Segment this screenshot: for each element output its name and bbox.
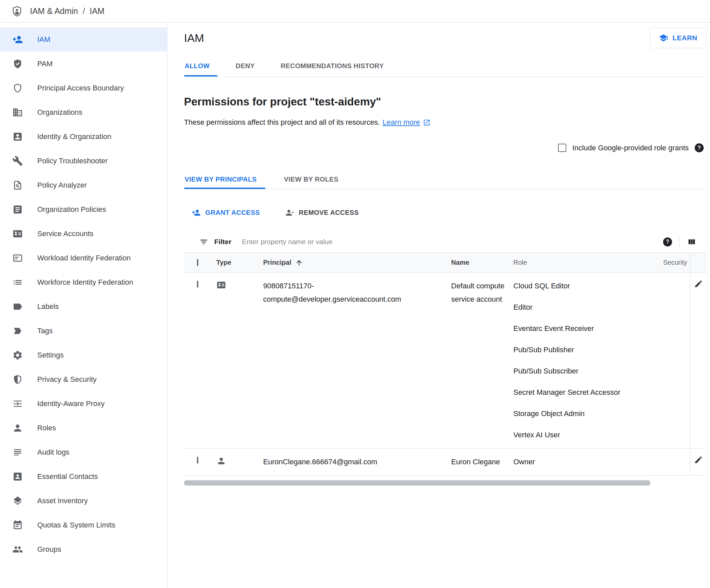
log-lines-icon <box>12 447 23 458</box>
description-text: These permissions affect this project an… <box>184 118 380 127</box>
sidebar-item-privacy-security[interactable]: Privacy & Security <box>0 367 167 391</box>
security-cell <box>663 273 690 448</box>
person-add-icon <box>192 208 200 217</box>
sidebar-item-label: Identity & Organization <box>37 132 112 141</box>
sidebar-item-workforce-identity-federation[interactable]: Workforce Identity Federation <box>0 270 167 294</box>
sidebar-item-label: Policy Troubleshooter <box>37 157 108 165</box>
name-cell: Default compute service account <box>451 273 513 448</box>
sidebar-item-label: Workload Identity Federation <box>37 254 131 263</box>
row-checkbox[interactable] <box>197 281 198 288</box>
policy-tabs: ALLOW DENY RECOMMENDATIONS HISTORY <box>184 55 706 77</box>
include-role-grants-checkbox[interactable] <box>558 144 566 152</box>
sidebar-item-essential-contacts[interactable]: Essential Contacts <box>0 464 167 489</box>
role-item: Pub/Sub Subscriber <box>513 365 663 378</box>
sidebar-item-organization-policies[interactable]: Organization Policies <box>0 197 167 221</box>
sidebar-item-iam[interactable]: IAM <box>0 27 167 52</box>
sidebar-item-quotas[interactable]: Quotas & System Limits <box>0 513 167 537</box>
sort-ascending-icon[interactable] <box>295 259 303 267</box>
column-header-principal-label: Principal <box>263 259 291 266</box>
select-all-checkbox[interactable] <box>197 259 198 266</box>
calendar-icon <box>12 520 23 531</box>
shield-boundary-icon <box>12 83 23 94</box>
include-role-grants-label: Include Google-provided role grants <box>572 144 689 152</box>
sidebar-item-tags[interactable]: Tags <box>0 319 167 343</box>
breadcrumb-section[interactable]: IAM & Admin <box>30 6 78 16</box>
remove-access-label: REMOVE ACCESS <box>299 209 359 217</box>
breadcrumb-separator: / <box>83 6 85 16</box>
edit-pencil-icon[interactable] <box>694 279 703 288</box>
include-role-grants-row: Include Google-provided role grants ? <box>184 143 706 152</box>
filter-input[interactable] <box>241 238 660 246</box>
shield-half-icon <box>12 374 23 385</box>
table-row: 908087151170-compute@developer.gservicea… <box>184 273 706 449</box>
sidebar-item-service-accounts[interactable]: Service Accounts <box>0 221 167 246</box>
remove-access-button[interactable]: REMOVE ACCESS <box>283 208 361 218</box>
learn-more-link[interactable]: Learn more <box>383 118 420 127</box>
learn-button[interactable]: LEARN <box>650 28 706 48</box>
tab-deny[interactable]: DENY <box>228 55 262 76</box>
column-header-role[interactable]: Role <box>513 259 663 266</box>
sidebar-item-principal-access-boundary[interactable]: Principal Access Boundary <box>0 76 167 100</box>
filter-icon <box>199 238 208 246</box>
layers-icon <box>12 495 23 506</box>
building-icon <box>12 107 23 118</box>
horizontal-scrollbar[interactable] <box>184 480 650 486</box>
open-in-new-icon[interactable] <box>423 119 430 126</box>
sidebar-item-identity-organization[interactable]: Identity & Organization <box>0 124 167 149</box>
grant-access-button[interactable]: GRANT ACCESS <box>190 208 262 218</box>
row-checkbox-cell <box>184 449 213 475</box>
sidebar-item-label: Essential Contacts <box>37 472 98 481</box>
sidebar-item-groups[interactable]: Groups <box>0 537 167 561</box>
sidebar-item-label: Identity-Aware Proxy <box>37 399 105 408</box>
grant-access-label: GRANT ACCESS <box>205 209 260 217</box>
role-item: Vertex AI User <box>513 428 663 442</box>
sidebar-item-label: PAM <box>37 59 52 68</box>
sidebar-item-identity-aware-proxy[interactable]: Identity-Aware Proxy <box>0 391 167 416</box>
pinned-column-header <box>690 253 706 272</box>
sidebar-item-pam[interactable]: PAM <box>0 52 167 76</box>
sidebar-item-roles[interactable]: Roles <box>0 416 167 440</box>
sidebar-item-policy-analyzer[interactable]: Policy Analyzer <box>0 173 167 197</box>
edit-pencil-icon[interactable] <box>694 455 703 464</box>
people-icon <box>12 544 23 555</box>
table-actions: GRANT ACCESS REMOVE ACCESS <box>184 199 706 226</box>
sidebar-item-workload-identity-federation[interactable]: Workload Identity Federation <box>0 246 167 270</box>
column-header-type[interactable]: Type <box>213 259 263 266</box>
role-item: Storage Object Admin <box>513 407 663 420</box>
sidebar-item-labels[interactable]: Labels <box>0 294 167 319</box>
breadcrumb-page[interactable]: IAM <box>90 6 104 16</box>
permissions-table: Type Principal Name Role Security 908087 <box>184 252 706 475</box>
column-header-name[interactable]: Name <box>451 259 513 266</box>
security-cell <box>663 449 690 475</box>
sidebar-item-label: Workforce Identity Federation <box>37 278 133 287</box>
column-header-principal[interactable]: Principal <box>263 259 451 267</box>
row-checkbox[interactable] <box>197 457 198 464</box>
proxy-icon <box>12 398 23 409</box>
iam-admin-logo-icon <box>11 6 23 17</box>
sidebar-item-organizations[interactable]: Organizations <box>0 100 167 124</box>
edit-cell <box>690 449 706 475</box>
sidebar-item-asset-inventory[interactable]: Asset Inventory <box>0 489 167 513</box>
tab-view-by-roles[interactable]: VIEW BY ROLES <box>276 170 347 189</box>
sidebar-item-settings[interactable]: Settings <box>0 343 167 367</box>
view-tabs: VIEW BY PRINCIPALS VIEW BY ROLES <box>184 170 706 189</box>
role-item: Editor <box>513 301 663 314</box>
identity-badge-icon <box>12 131 23 142</box>
column-header-security[interactable]: Security <box>663 259 690 266</box>
principal-cell: 908087151170-compute@developer.gservicea… <box>263 273 451 448</box>
tab-view-by-principals[interactable]: VIEW BY PRINCIPALS <box>184 170 265 189</box>
service-account-card-icon <box>12 228 23 239</box>
sidebar-item-policy-troubleshooter[interactable]: Policy Troubleshooter <box>0 149 167 173</box>
person-add-icon <box>12 34 23 45</box>
sidebar-item-label: Tags <box>37 326 52 335</box>
tab-allow[interactable]: ALLOW <box>184 55 218 76</box>
card-lines-icon <box>12 253 23 263</box>
column-display-icon[interactable] <box>687 238 696 246</box>
help-icon[interactable]: ? <box>695 143 704 152</box>
main-content: IAM LEARN ALLOW DENY RECOMMENDATIONS HIS… <box>167 23 710 588</box>
role-item: Pub/Sub Publisher <box>513 343 663 357</box>
tab-recommendations-history[interactable]: RECOMMENDATIONS HISTORY <box>273 55 392 76</box>
filter-help-icon[interactable]: ? <box>663 238 672 246</box>
sidebar-item-audit-logs[interactable]: Audit logs <box>0 440 167 464</box>
label-icon <box>12 301 23 312</box>
